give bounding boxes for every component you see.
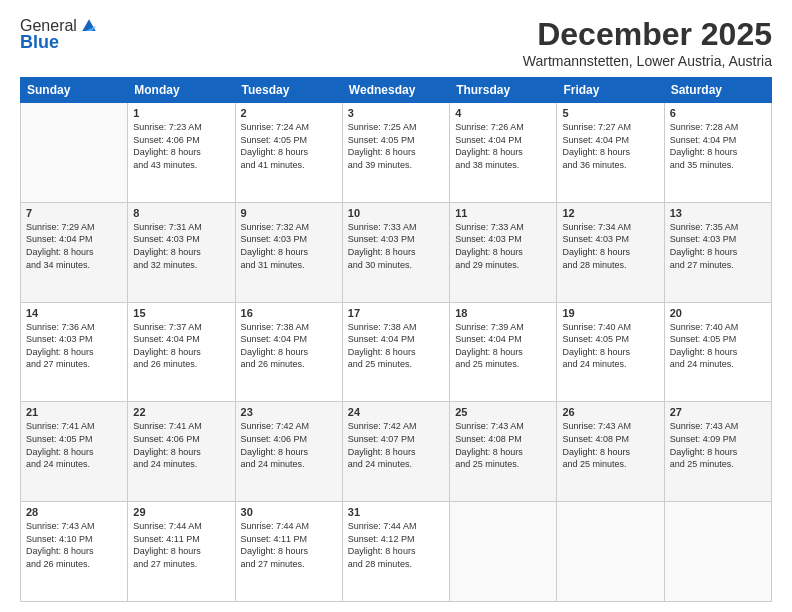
day-number: 12	[562, 207, 658, 219]
day-number: 16	[241, 307, 337, 319]
calendar-cell: 12Sunrise: 7:34 AMSunset: 4:03 PMDayligh…	[557, 202, 664, 302]
title-block: December 2025 Wartmannstetten, Lower Aus…	[523, 16, 772, 69]
calendar-cell: 20Sunrise: 7:40 AMSunset: 4:05 PMDayligh…	[664, 302, 771, 402]
calendar-cell: 9Sunrise: 7:32 AMSunset: 4:03 PMDaylight…	[235, 202, 342, 302]
day-number: 29	[133, 506, 229, 518]
calendar-cell: 31Sunrise: 7:44 AMSunset: 4:12 PMDayligh…	[342, 502, 449, 602]
day-info: Sunrise: 7:24 AMSunset: 4:05 PMDaylight:…	[241, 121, 337, 171]
calendar-cell: 19Sunrise: 7:40 AMSunset: 4:05 PMDayligh…	[557, 302, 664, 402]
calendar-cell: 2Sunrise: 7:24 AMSunset: 4:05 PMDaylight…	[235, 103, 342, 203]
col-monday: Monday	[128, 78, 235, 103]
calendar-cell: 3Sunrise: 7:25 AMSunset: 4:05 PMDaylight…	[342, 103, 449, 203]
title-month: December 2025	[523, 16, 772, 53]
day-info: Sunrise: 7:43 AMSunset: 4:08 PMDaylight:…	[562, 420, 658, 470]
logo: General Blue	[20, 16, 99, 53]
day-info: Sunrise: 7:25 AMSunset: 4:05 PMDaylight:…	[348, 121, 444, 171]
day-number: 8	[133, 207, 229, 219]
day-number: 9	[241, 207, 337, 219]
calendar-cell: 30Sunrise: 7:44 AMSunset: 4:11 PMDayligh…	[235, 502, 342, 602]
day-number: 1	[133, 107, 229, 119]
day-info: Sunrise: 7:39 AMSunset: 4:04 PMDaylight:…	[455, 321, 551, 371]
day-number: 21	[26, 406, 122, 418]
day-number: 26	[562, 406, 658, 418]
calendar-cell	[450, 502, 557, 602]
day-info: Sunrise: 7:33 AMSunset: 4:03 PMDaylight:…	[348, 221, 444, 271]
calendar-cell: 14Sunrise: 7:36 AMSunset: 4:03 PMDayligh…	[21, 302, 128, 402]
calendar-cell: 6Sunrise: 7:28 AMSunset: 4:04 PMDaylight…	[664, 103, 771, 203]
calendar-week-row-2: 14Sunrise: 7:36 AMSunset: 4:03 PMDayligh…	[21, 302, 772, 402]
day-number: 15	[133, 307, 229, 319]
day-number: 2	[241, 107, 337, 119]
title-location: Wartmannstetten, Lower Austria, Austria	[523, 53, 772, 69]
calendar-cell: 28Sunrise: 7:43 AMSunset: 4:10 PMDayligh…	[21, 502, 128, 602]
calendar-cell: 11Sunrise: 7:33 AMSunset: 4:03 PMDayligh…	[450, 202, 557, 302]
day-info: Sunrise: 7:42 AMSunset: 4:07 PMDaylight:…	[348, 420, 444, 470]
day-number: 20	[670, 307, 766, 319]
day-info: Sunrise: 7:31 AMSunset: 4:03 PMDaylight:…	[133, 221, 229, 271]
col-saturday: Saturday	[664, 78, 771, 103]
day-number: 6	[670, 107, 766, 119]
day-number: 17	[348, 307, 444, 319]
calendar-week-row-0: 1Sunrise: 7:23 AMSunset: 4:06 PMDaylight…	[21, 103, 772, 203]
day-number: 11	[455, 207, 551, 219]
calendar-cell: 8Sunrise: 7:31 AMSunset: 4:03 PMDaylight…	[128, 202, 235, 302]
day-number: 23	[241, 406, 337, 418]
day-number: 7	[26, 207, 122, 219]
day-number: 28	[26, 506, 122, 518]
day-number: 14	[26, 307, 122, 319]
page: General Blue December 2025 Wartmannstett…	[0, 0, 792, 612]
col-wednesday: Wednesday	[342, 78, 449, 103]
day-info: Sunrise: 7:40 AMSunset: 4:05 PMDaylight:…	[562, 321, 658, 371]
calendar-cell: 7Sunrise: 7:29 AMSunset: 4:04 PMDaylight…	[21, 202, 128, 302]
calendar-cell: 16Sunrise: 7:38 AMSunset: 4:04 PMDayligh…	[235, 302, 342, 402]
day-number: 30	[241, 506, 337, 518]
day-number: 25	[455, 406, 551, 418]
day-info: Sunrise: 7:32 AMSunset: 4:03 PMDaylight:…	[241, 221, 337, 271]
calendar-cell	[664, 502, 771, 602]
day-info: Sunrise: 7:33 AMSunset: 4:03 PMDaylight:…	[455, 221, 551, 271]
day-number: 27	[670, 406, 766, 418]
day-info: Sunrise: 7:43 AMSunset: 4:10 PMDaylight:…	[26, 520, 122, 570]
day-info: Sunrise: 7:38 AMSunset: 4:04 PMDaylight:…	[241, 321, 337, 371]
calendar-cell	[557, 502, 664, 602]
col-thursday: Thursday	[450, 78, 557, 103]
day-info: Sunrise: 7:44 AMSunset: 4:11 PMDaylight:…	[241, 520, 337, 570]
day-number: 24	[348, 406, 444, 418]
calendar-cell: 13Sunrise: 7:35 AMSunset: 4:03 PMDayligh…	[664, 202, 771, 302]
calendar-week-row-3: 21Sunrise: 7:41 AMSunset: 4:05 PMDayligh…	[21, 402, 772, 502]
col-tuesday: Tuesday	[235, 78, 342, 103]
day-info: Sunrise: 7:36 AMSunset: 4:03 PMDaylight:…	[26, 321, 122, 371]
day-info: Sunrise: 7:41 AMSunset: 4:06 PMDaylight:…	[133, 420, 229, 470]
header: General Blue December 2025 Wartmannstett…	[20, 16, 772, 69]
calendar-cell: 10Sunrise: 7:33 AMSunset: 4:03 PMDayligh…	[342, 202, 449, 302]
calendar-cell: 21Sunrise: 7:41 AMSunset: 4:05 PMDayligh…	[21, 402, 128, 502]
day-number: 3	[348, 107, 444, 119]
calendar-cell: 1Sunrise: 7:23 AMSunset: 4:06 PMDaylight…	[128, 103, 235, 203]
day-info: Sunrise: 7:44 AMSunset: 4:11 PMDaylight:…	[133, 520, 229, 570]
day-info: Sunrise: 7:37 AMSunset: 4:04 PMDaylight:…	[133, 321, 229, 371]
calendar-cell: 5Sunrise: 7:27 AMSunset: 4:04 PMDaylight…	[557, 103, 664, 203]
day-info: Sunrise: 7:43 AMSunset: 4:08 PMDaylight:…	[455, 420, 551, 470]
logo-icon	[79, 16, 99, 36]
day-number: 13	[670, 207, 766, 219]
calendar-cell: 26Sunrise: 7:43 AMSunset: 4:08 PMDayligh…	[557, 402, 664, 502]
day-info: Sunrise: 7:44 AMSunset: 4:12 PMDaylight:…	[348, 520, 444, 570]
calendar-cell: 29Sunrise: 7:44 AMSunset: 4:11 PMDayligh…	[128, 502, 235, 602]
day-info: Sunrise: 7:34 AMSunset: 4:03 PMDaylight:…	[562, 221, 658, 271]
col-friday: Friday	[557, 78, 664, 103]
day-number: 19	[562, 307, 658, 319]
day-number: 10	[348, 207, 444, 219]
day-number: 5	[562, 107, 658, 119]
day-number: 18	[455, 307, 551, 319]
calendar-week-row-4: 28Sunrise: 7:43 AMSunset: 4:10 PMDayligh…	[21, 502, 772, 602]
calendar-header-row: Sunday Monday Tuesday Wednesday Thursday…	[21, 78, 772, 103]
day-info: Sunrise: 7:43 AMSunset: 4:09 PMDaylight:…	[670, 420, 766, 470]
svg-marker-0	[82, 19, 95, 31]
day-number: 4	[455, 107, 551, 119]
calendar-cell: 4Sunrise: 7:26 AMSunset: 4:04 PMDaylight…	[450, 103, 557, 203]
col-sunday: Sunday	[21, 78, 128, 103]
calendar-cell: 25Sunrise: 7:43 AMSunset: 4:08 PMDayligh…	[450, 402, 557, 502]
calendar-cell: 15Sunrise: 7:37 AMSunset: 4:04 PMDayligh…	[128, 302, 235, 402]
day-info: Sunrise: 7:40 AMSunset: 4:05 PMDaylight:…	[670, 321, 766, 371]
day-info: Sunrise: 7:23 AMSunset: 4:06 PMDaylight:…	[133, 121, 229, 171]
